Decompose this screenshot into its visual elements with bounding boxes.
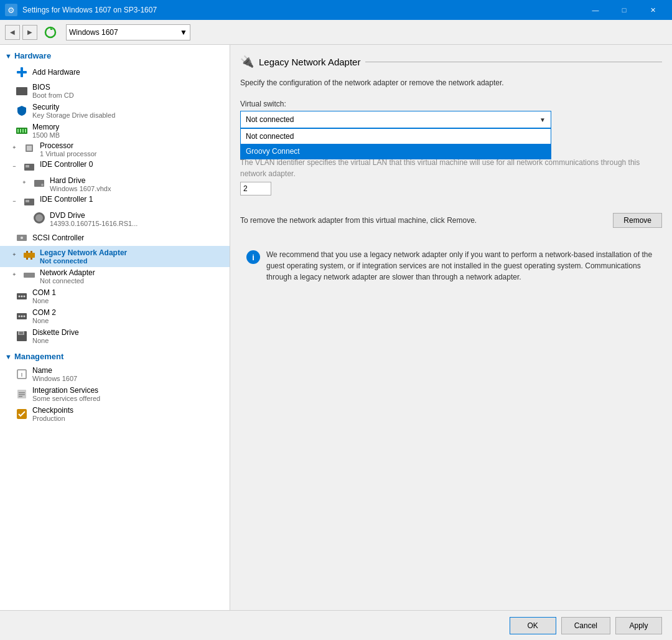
security-label: Security bbox=[32, 103, 115, 111]
vlan-description: The VLAN identifier specifies the virtua… bbox=[240, 157, 662, 179]
management-section-label: Management bbox=[14, 352, 63, 361]
close-button[interactable]: ✕ bbox=[638, 0, 667, 20]
sidebar-item-checkpoints[interactable]: Checkpoints Production bbox=[0, 403, 230, 423]
vm-selector-dropdown[interactable]: Windows 1607 ▼ bbox=[66, 24, 190, 40]
diskette-icon bbox=[15, 329, 29, 343]
ide1-label: IDE Controller 1 bbox=[40, 195, 93, 204]
com1-sublabel: None bbox=[32, 297, 56, 304]
vm-selector-arrow: ▼ bbox=[180, 28, 187, 37]
minimize-button[interactable]: — bbox=[581, 0, 610, 20]
processor-icon bbox=[22, 141, 36, 155]
sidebar-section-hardware[interactable]: ▼ Hardware bbox=[0, 47, 230, 63]
sidebar-section-management[interactable]: ▼ Management bbox=[0, 348, 230, 364]
ide0-icon bbox=[22, 160, 36, 174]
add-hardware-icon bbox=[15, 65, 29, 79]
toolbar: ◀ ▶ Windows 1607 ▼ bbox=[0, 20, 672, 45]
network-adapter-label: Network Adapter bbox=[40, 268, 95, 277]
sidebar-item-memory[interactable]: Memory 1500 MB bbox=[0, 120, 230, 140]
sidebar-item-legacy-network-adapter[interactable]: + Legacy Network Adapter Not connected bbox=[0, 246, 230, 267]
svg-rect-12 bbox=[26, 165, 29, 167]
sidebar-item-processor[interactable]: + Processor 1 Virtual processor bbox=[0, 140, 230, 159]
memory-icon bbox=[15, 124, 29, 138]
info-icon: i bbox=[246, 250, 260, 264]
integration-icon bbox=[15, 387, 29, 401]
nav-back-button[interactable]: ◀ bbox=[5, 25, 20, 40]
sidebar-item-diskette[interactable]: Diskette Drive None bbox=[0, 326, 230, 346]
com1-icon bbox=[15, 289, 29, 303]
svg-point-31 bbox=[21, 316, 23, 318]
sidebar-item-dvd-drive[interactable]: DVD Drive 14393.0.160715-1616.RS1... bbox=[0, 210, 230, 228]
svg-point-14 bbox=[41, 184, 44, 186]
sidebar-item-hard-drive[interactable]: + Hard Drive Windows 1607.vhdx bbox=[0, 175, 230, 194]
remove-button[interactable]: Remove bbox=[613, 213, 662, 228]
legacy-network-expand-icon: + bbox=[10, 250, 19, 259]
svg-point-26 bbox=[19, 296, 21, 298]
dropdown-option-groovy-connect[interactable]: Groovy Connect bbox=[241, 144, 551, 159]
virtual-switch-dropdown-wrapper: Not connected ▼ Not connected Groovy Con… bbox=[240, 111, 551, 128]
network-adapter-icon bbox=[22, 268, 36, 282]
ide0-label: IDE Controller 0 bbox=[40, 160, 93, 169]
virtual-switch-dropdown-list: Not connected Groovy Connect bbox=[240, 128, 551, 159]
ide0-expand-icon: − bbox=[10, 162, 19, 171]
sidebar-item-com1[interactable]: COM 1 None bbox=[0, 286, 230, 306]
dvd-drive-label: DVD Drive bbox=[50, 211, 138, 220]
svg-rect-39 bbox=[19, 392, 25, 393]
dropdown-option-not-connected[interactable]: Not connected bbox=[241, 129, 551, 144]
svg-rect-6 bbox=[20, 129, 21, 133]
management-collapse-icon: ▼ bbox=[5, 353, 12, 360]
svg-point-28 bbox=[24, 296, 26, 298]
legacy-network-icon bbox=[22, 248, 36, 262]
com2-label: COM 2 bbox=[32, 308, 56, 317]
sidebar-item-bios[interactable]: BIOS Boot from CD bbox=[0, 80, 230, 100]
sidebar-item-network-adapter[interactable]: + Network Adapter Not connected bbox=[0, 267, 230, 286]
svg-rect-10 bbox=[27, 146, 32, 151]
app-icon: ⚙ bbox=[5, 4, 17, 16]
network-adapter-expand-icon: + bbox=[10, 270, 19, 279]
sidebar-item-com2[interactable]: COM 2 None bbox=[0, 306, 230, 326]
cancel-button[interactable]: Cancel bbox=[561, 617, 610, 634]
svg-rect-22 bbox=[26, 258, 28, 260]
titlebar: ⚙ Settings for Windows 1607 on SP3-1607 … bbox=[0, 0, 672, 20]
legacy-network-sublabel: Not connected bbox=[40, 257, 127, 265]
sidebar-item-ide0[interactable]: − IDE Controller 0 bbox=[0, 159, 230, 175]
checkpoints-sublabel: Production bbox=[32, 415, 73, 422]
sidebar-item-ide1[interactable]: − IDE Controller 1 bbox=[0, 194, 230, 210]
virtual-switch-value: Not connected bbox=[246, 115, 294, 124]
panel-title-icon: 🔌 bbox=[240, 55, 254, 68]
dvd-drive-expand-icon bbox=[20, 213, 29, 222]
panel-title: Legacy Network Adapter bbox=[259, 57, 360, 67]
hard-drive-label: Hard Drive bbox=[50, 176, 111, 185]
apply-button[interactable]: Apply bbox=[615, 617, 662, 634]
checkpoints-icon bbox=[15, 407, 29, 421]
titlebar-title: Settings for Windows 1607 on SP3-1607 bbox=[22, 6, 581, 14]
info-box: i We recommend that you use a legacy net… bbox=[240, 243, 662, 289]
network-adapter-sublabel: Not connected bbox=[40, 277, 95, 285]
security-icon bbox=[15, 104, 29, 118]
svg-rect-16 bbox=[26, 200, 29, 202]
refresh-button[interactable] bbox=[42, 24, 58, 40]
sidebar-item-name[interactable]: I Name Windows 1607 bbox=[0, 364, 230, 384]
hard-drive-expand-icon: + bbox=[20, 178, 29, 187]
name-sublabel: Windows 1607 bbox=[32, 375, 77, 382]
maximize-button[interactable]: □ bbox=[610, 0, 638, 20]
virtual-switch-arrow-icon: ▼ bbox=[539, 116, 546, 123]
sidebar-item-integration-services[interactable]: Integration Services Some services offer… bbox=[0, 384, 230, 403]
processor-label: Processor bbox=[40, 141, 97, 150]
remove-section: To remove the network adapter from this … bbox=[240, 213, 662, 228]
ok-button[interactable]: OK bbox=[510, 617, 556, 634]
sidebar-item-scsi[interactable]: SCSI Controller bbox=[0, 228, 230, 246]
nav-forward-button[interactable]: ▶ bbox=[22, 25, 37, 40]
sidebar-item-add-hardware[interactable]: Add Hardware bbox=[0, 63, 230, 80]
sidebar: ▼ Hardware Add Hardware BIOS Boot bbox=[0, 45, 230, 610]
info-text: We recommend that you use a legacy netwo… bbox=[266, 249, 656, 283]
virtual-switch-dropdown[interactable]: Not connected ▼ bbox=[240, 111, 551, 128]
bios-sublabel: Boot from CD bbox=[32, 92, 74, 99]
checkpoints-label: Checkpoints bbox=[32, 406, 73, 415]
vlan-input[interactable] bbox=[240, 182, 271, 195]
com2-sublabel: None bbox=[32, 317, 56, 324]
panel-title-divider bbox=[365, 62, 662, 62]
name-label: Name bbox=[32, 366, 77, 375]
hard-drive-sublabel: Windows 1607.vhdx bbox=[50, 185, 111, 192]
integration-sublabel: Some services offered bbox=[32, 395, 100, 402]
sidebar-item-security[interactable]: Security Key Storage Drive disabled bbox=[0, 100, 230, 120]
